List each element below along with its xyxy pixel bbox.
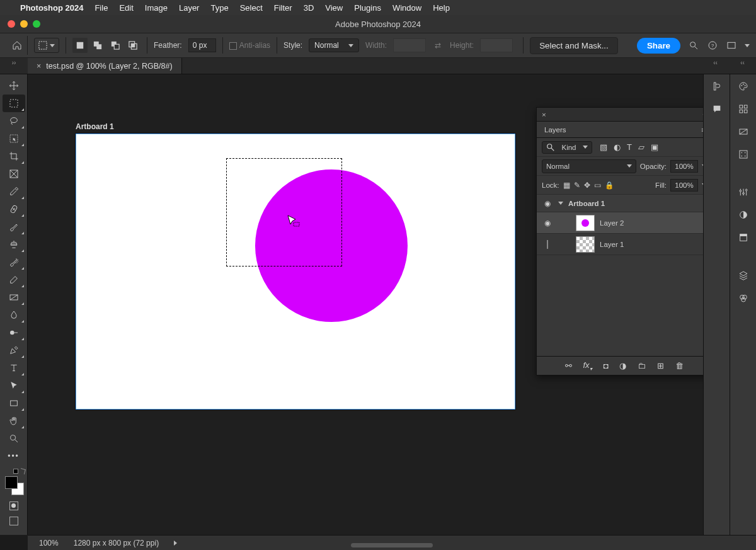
lock-all-icon[interactable]: 🔒 xyxy=(605,181,614,190)
gradients-panel-icon[interactable] xyxy=(735,123,752,140)
zoom-tool[interactable] xyxy=(3,430,25,447)
color-swatches[interactable] xyxy=(4,475,24,495)
lock-position-icon[interactable]: ✥ xyxy=(584,181,590,190)
fx-icon[interactable]: fx▾ xyxy=(583,360,592,372)
layer-row-layer2[interactable]: ◉ Layer 2 xyxy=(537,212,703,234)
artboard-label[interactable]: Artboard 1 xyxy=(76,122,114,131)
pen-tool[interactable] xyxy=(3,341,25,359)
eyedropper-tool[interactable] xyxy=(3,183,25,200)
quick-mask-button[interactable] xyxy=(9,501,18,510)
layer-name[interactable]: Layer 1 xyxy=(600,241,624,248)
home-button[interactable] xyxy=(6,36,28,55)
horizontal-scrollbar[interactable] xyxy=(351,543,433,547)
style-dropdown[interactable]: Normal xyxy=(309,38,359,52)
share-button[interactable]: Share xyxy=(637,38,680,54)
blend-mode-dropdown[interactable]: Normal xyxy=(542,159,636,173)
visibility-toggle[interactable] xyxy=(542,241,553,248)
collapse-panels-1-button[interactable]: ‹‹ xyxy=(713,59,718,66)
clone-stamp-tool[interactable] xyxy=(3,236,25,253)
menu-plugins[interactable]: Plugins xyxy=(354,3,381,13)
gradient-tool[interactable] xyxy=(3,289,25,306)
fill-input[interactable]: 100% xyxy=(670,179,698,192)
select-and-mask-button[interactable]: Select and Mask... xyxy=(530,37,618,54)
chevron-down-icon[interactable] xyxy=(558,202,563,205)
eraser-tool[interactable] xyxy=(3,271,25,289)
crop-tool[interactable] xyxy=(3,147,25,165)
link-layers-icon[interactable]: ⚯ xyxy=(565,361,572,370)
artboard[interactable] xyxy=(76,134,515,410)
document-info[interactable]: 1280 px x 800 px (72 ppi) xyxy=(74,539,159,547)
libraries-panel-icon[interactable] xyxy=(735,229,752,246)
swap-colors-icon[interactable] xyxy=(20,468,26,474)
chevron-down-icon[interactable] xyxy=(702,183,703,186)
menu-image[interactable]: Image xyxy=(145,3,168,13)
filter-adjustment-icon[interactable]: ◐ xyxy=(614,142,621,152)
channels-panel-icon[interactable] xyxy=(735,290,752,306)
layer-filter-kind-dropdown[interactable]: Kind xyxy=(542,141,592,154)
current-tool-dropdown[interactable] xyxy=(34,38,59,53)
marquee-tool[interactable] xyxy=(3,95,25,112)
layer-row-layer1[interactable]: Layer 1 xyxy=(537,234,703,255)
dodge-tool[interactable] xyxy=(3,324,25,341)
edit-toolbar-button[interactable]: ••• xyxy=(3,447,25,465)
filter-type-icon[interactable]: T xyxy=(627,142,632,152)
zoom-level[interactable]: 100% xyxy=(39,539,59,547)
expand-panels-left-button[interactable]: ›› xyxy=(0,58,28,74)
chevron-down-icon[interactable] xyxy=(702,164,703,168)
layer-thumbnail[interactable] xyxy=(576,215,595,231)
filter-pixel-icon[interactable]: ▧ xyxy=(600,142,607,152)
menu-type[interactable]: Type xyxy=(210,3,228,13)
path-selection-tool[interactable] xyxy=(3,377,25,394)
menu-edit[interactable]: Edit xyxy=(119,3,133,13)
canvas-area[interactable]: Artboard 1 × ‹‹ Layers ≡ Kind xyxy=(28,74,703,535)
visibility-toggle[interactable]: ◉ xyxy=(542,199,553,208)
mask-icon[interactable]: ◘ xyxy=(604,361,609,370)
lock-transparent-icon[interactable]: ▦ xyxy=(563,181,570,190)
panel-collapse-icon[interactable]: ‹‹ xyxy=(702,111,703,118)
styles-panel-icon[interactable] xyxy=(735,207,752,223)
lock-artboard-icon[interactable]: ▭ xyxy=(594,181,601,190)
move-tool[interactable] xyxy=(3,77,25,95)
opacity-input[interactable]: 100% xyxy=(670,160,698,173)
filter-smart-icon[interactable]: ▣ xyxy=(651,142,658,152)
delete-layer-icon[interactable]: 🗑 xyxy=(675,361,684,370)
comments-panel-icon[interactable] xyxy=(709,101,725,117)
patterns-panel-icon[interactable] xyxy=(735,146,752,163)
frame-tool[interactable] xyxy=(3,165,25,183)
menu-3d[interactable]: 3D xyxy=(304,3,314,13)
new-layer-icon[interactable]: ⊞ xyxy=(657,361,664,370)
menu-filter[interactable]: Filter xyxy=(274,3,292,13)
search-icon[interactable] xyxy=(688,40,699,51)
feather-input[interactable] xyxy=(188,38,216,52)
close-tab-icon[interactable]: × xyxy=(37,62,41,71)
menu-file[interactable]: File xyxy=(94,3,108,13)
layers-tab[interactable]: Layers xyxy=(537,122,574,137)
history-brush-tool[interactable] xyxy=(3,253,25,271)
selection-new-button[interactable] xyxy=(72,38,88,53)
menu-select[interactable]: Select xyxy=(240,3,263,13)
layer-thumbnail[interactable] xyxy=(576,236,595,253)
adjustments-panel-icon[interactable] xyxy=(735,184,752,200)
group-icon[interactable]: 🗀 xyxy=(638,361,646,370)
lasso-tool[interactable] xyxy=(3,112,25,130)
chevron-down-icon[interactable] xyxy=(745,44,750,47)
selection-subtract-button[interactable] xyxy=(108,38,123,53)
healing-brush-tool[interactable] xyxy=(3,200,25,218)
foreground-color-swatch[interactable] xyxy=(5,476,18,489)
status-more-icon[interactable] xyxy=(174,541,177,546)
brush-tool[interactable] xyxy=(3,218,25,236)
artboard-layer-row[interactable]: ◉ Artboard 1 xyxy=(537,195,703,212)
menu-window[interactable]: Window xyxy=(392,3,421,13)
hand-tool[interactable] xyxy=(3,412,25,430)
adjustment-layer-icon[interactable]: ◑ xyxy=(619,361,626,370)
document-tab[interactable]: × test.psd @ 100% (Layer 2, RGB/8#) xyxy=(28,58,182,74)
selection-intersect-button[interactable] xyxy=(125,38,140,53)
layers-panel-icon[interactable] xyxy=(735,267,752,284)
panel-menu-icon[interactable]: ≡ xyxy=(695,126,703,134)
visibility-toggle[interactable]: ◉ xyxy=(542,219,553,227)
default-colors-icon[interactable] xyxy=(13,469,18,474)
app-name[interactable]: Photoshop 2024 xyxy=(20,3,83,13)
menu-view[interactable]: View xyxy=(325,3,343,13)
lock-pixels-icon[interactable]: ✎ xyxy=(574,181,580,190)
history-panel-icon[interactable] xyxy=(709,78,725,95)
